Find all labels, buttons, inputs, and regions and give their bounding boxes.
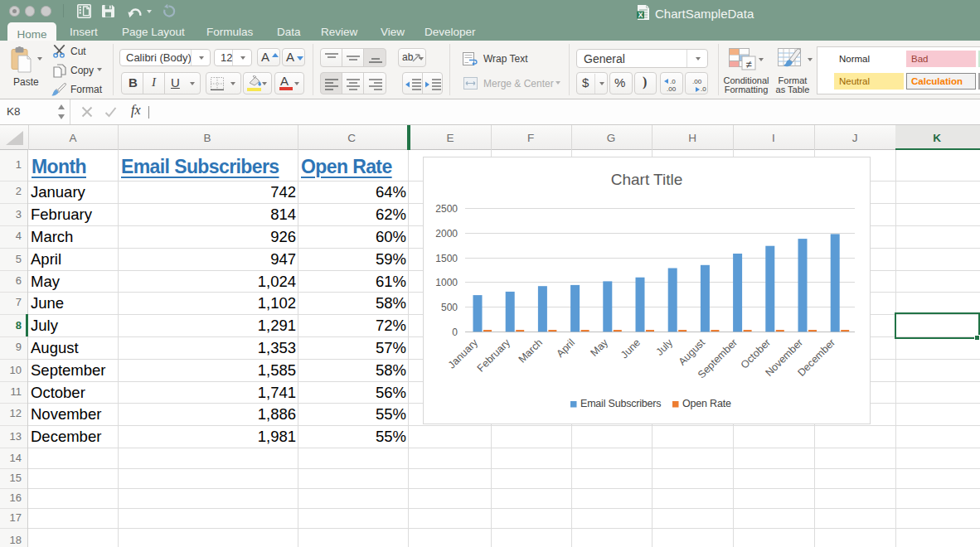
svg-text:≠: ≠ [745,58,751,70]
svg-text:500: 500 [441,302,458,313]
svg-text:.0: .0 [670,78,676,85]
svg-text:.00: .00 [667,85,677,92]
svg-text:Email Subscribers: Email Subscribers [580,398,661,409]
svg-text:July: July [653,336,675,358]
svg-text:March: March [517,336,545,365]
svg-text:August: August [677,336,708,368]
svg-text:Chart Title: Chart Title [611,171,683,188]
svg-text:Open Rate: Open Rate [682,398,731,409]
svg-text:2500: 2500 [435,203,458,215]
svg-text:0: 0 [452,327,458,338]
svg-text:May: May [589,336,611,359]
svg-text:February: February [475,336,513,375]
svg-text:.0: .0 [701,85,706,92]
svg-text:1500: 1500 [435,253,458,264]
svg-text:X: X [638,11,643,19]
svg-text:2000: 2000 [435,228,458,240]
svg-text:April: April [555,336,578,360]
svg-text:.00: .00 [692,78,702,85]
svg-text:June: June [619,336,643,361]
svg-text:1000: 1000 [435,277,458,288]
